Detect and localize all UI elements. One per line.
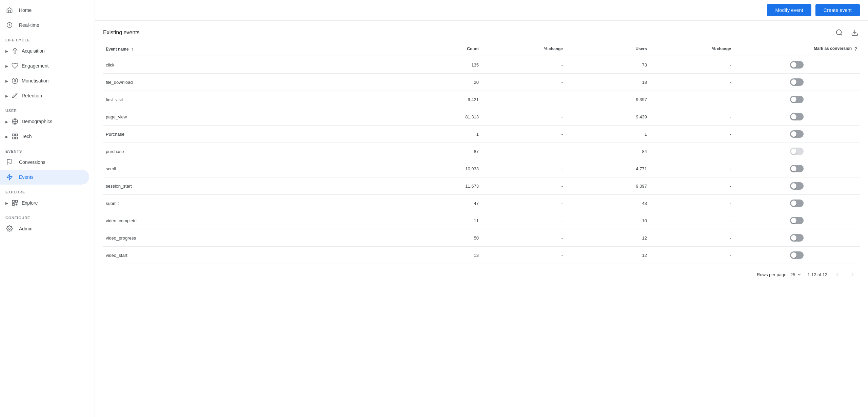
- cell-event-name: Purchase: [103, 126, 397, 143]
- pagination-range: 1-12 of 12: [807, 272, 827, 277]
- cell-conversion-toggle: [734, 247, 860, 264]
- col-header-event-name[interactable]: Event name ↑: [103, 42, 397, 56]
- conversions-icon: [5, 158, 14, 166]
- cell-users: 43: [566, 195, 650, 212]
- cell-users: 9,439: [566, 108, 650, 126]
- sidebar-item-tech[interactable]: ▸ Tech: [0, 129, 89, 144]
- conversion-toggle[interactable]: [790, 113, 804, 120]
- cell-conversion-toggle: [734, 160, 860, 177]
- cell-count-change: -: [481, 143, 566, 160]
- conversion-toggle[interactable]: [790, 200, 804, 207]
- cell-event-name: video_complete: [103, 212, 397, 229]
- cell-users-change: -: [650, 56, 734, 74]
- cell-users: 9,397: [566, 177, 650, 195]
- col-header-count-change: % change: [481, 42, 566, 56]
- table-container: Existing events Event name ↑ Count: [95, 21, 868, 417]
- table-row: file_download 20 - 18 -: [103, 74, 860, 91]
- conversion-toggle[interactable]: [790, 165, 804, 172]
- col-header-users-change: % change: [650, 42, 734, 56]
- cell-event-name: video_start: [103, 247, 397, 264]
- search-button[interactable]: [834, 27, 844, 38]
- rows-per-page-label: Rows per page:: [757, 272, 788, 277]
- sidebar-item-engagement-label: Engagement: [22, 63, 48, 69]
- cell-users: 9,397: [566, 91, 650, 108]
- col-header-count[interactable]: Count: [397, 42, 481, 56]
- sidebar-item-acquisition[interactable]: ▸ Acquisition: [0, 43, 89, 58]
- svg-rect-4: [16, 134, 18, 136]
- sidebar-item-conversions-label: Conversions: [19, 159, 45, 165]
- conversion-toggle[interactable]: [790, 130, 804, 138]
- expand-arrow-demographics: ▸: [5, 118, 8, 125]
- cell-count: 47: [397, 195, 481, 212]
- conversion-toggle[interactable]: [790, 78, 804, 86]
- cell-count: 11: [397, 212, 481, 229]
- cell-count: 11,673: [397, 177, 481, 195]
- section-events: EVENTS: [0, 144, 95, 155]
- sort-arrow-event-name: ↑: [131, 46, 134, 52]
- monetisation-icon: [11, 77, 19, 85]
- sidebar-item-realtime[interactable]: Real-time: [0, 18, 89, 33]
- cell-count: 13: [397, 247, 481, 264]
- create-event-button[interactable]: Create event: [815, 4, 860, 16]
- pagination-next-button[interactable]: [848, 270, 857, 279]
- cell-count-change: -: [481, 160, 566, 177]
- table-row: purchase 87 - 84 -: [103, 143, 860, 160]
- cell-count-change: -: [481, 177, 566, 195]
- conversion-toggle[interactable]: [790, 61, 804, 69]
- pagination-rows-per-page: Rows per page: 25: [757, 272, 802, 277]
- cell-users-change: -: [650, 74, 734, 91]
- cell-event-name: click: [103, 56, 397, 74]
- conversion-toggle[interactable]: [790, 217, 804, 224]
- pagination-prev-button[interactable]: [833, 270, 842, 279]
- conversion-toggle[interactable]: [790, 234, 804, 242]
- sidebar-item-events[interactable]: Events: [0, 170, 89, 185]
- sidebar-item-retention-label: Retention: [22, 93, 42, 98]
- cell-users-change: -: [650, 91, 734, 108]
- sidebar-item-engagement[interactable]: ▸ Engagement: [0, 58, 89, 73]
- sidebar-item-conversions[interactable]: Conversions: [0, 155, 89, 170]
- expand-arrow-acquisition: ▸: [5, 48, 8, 54]
- cell-conversion-toggle: [734, 56, 860, 74]
- cell-count-change: -: [481, 212, 566, 229]
- retention-icon: [11, 92, 19, 100]
- conversion-toggle[interactable]: [790, 251, 804, 259]
- cell-users-change: -: [650, 126, 734, 143]
- cell-event-name: video_progress: [103, 229, 397, 247]
- conversion-toggle[interactable]: [790, 96, 804, 103]
- mark-conversion-help-icon[interactable]: ?: [854, 46, 857, 52]
- sidebar-item-explore[interactable]: ▸ Explore: [0, 195, 89, 210]
- cell-event-name: submit: [103, 195, 397, 212]
- sidebar: Home Real-time LIFE CYCLE ▸ Acquisition …: [0, 0, 95, 417]
- download-button[interactable]: [850, 27, 860, 38]
- sidebar-item-home[interactable]: Home: [0, 3, 89, 18]
- cell-event-name: session_start: [103, 177, 397, 195]
- cell-count-change: -: [481, 229, 566, 247]
- col-header-users[interactable]: Users: [566, 42, 650, 56]
- expand-arrow-explore: ▸: [5, 200, 8, 206]
- rows-per-page-selector[interactable]: 25: [790, 272, 802, 277]
- expand-arrow-engagement: ▸: [5, 63, 8, 69]
- table-row: Purchase 1 - 1 -: [103, 126, 860, 143]
- cell-event-name: scroll: [103, 160, 397, 177]
- modify-event-button[interactable]: Modify event: [767, 4, 811, 16]
- svg-rect-5: [13, 137, 15, 139]
- table-row: video_start 13 - 12 -: [103, 247, 860, 264]
- sidebar-item-admin-label: Admin: [19, 226, 33, 231]
- cell-users: 10: [566, 212, 650, 229]
- conversion-toggle[interactable]: [790, 182, 804, 190]
- sidebar-item-admin[interactable]: Admin: [0, 221, 89, 236]
- section-explore: EXPLORE: [0, 185, 95, 195]
- svg-line-13: [841, 34, 842, 35]
- cell-count-change: -: [481, 195, 566, 212]
- cell-users-change: -: [650, 177, 734, 195]
- cell-count: 9,421: [397, 91, 481, 108]
- table-actions: [834, 27, 860, 38]
- conversion-toggle[interactable]: [790, 148, 804, 155]
- sidebar-item-monetisation[interactable]: ▸ Monetisation: [0, 73, 89, 88]
- cell-conversion-toggle: [734, 74, 860, 91]
- expand-arrow-retention: ▸: [5, 93, 8, 99]
- table-row: video_complete 11 - 10 -: [103, 212, 860, 229]
- sidebar-item-demographics[interactable]: ▸ Demographics: [0, 114, 89, 129]
- sidebar-item-retention[interactable]: ▸ Retention: [0, 88, 89, 103]
- table-row: scroll 10,933 - 4,771 -: [103, 160, 860, 177]
